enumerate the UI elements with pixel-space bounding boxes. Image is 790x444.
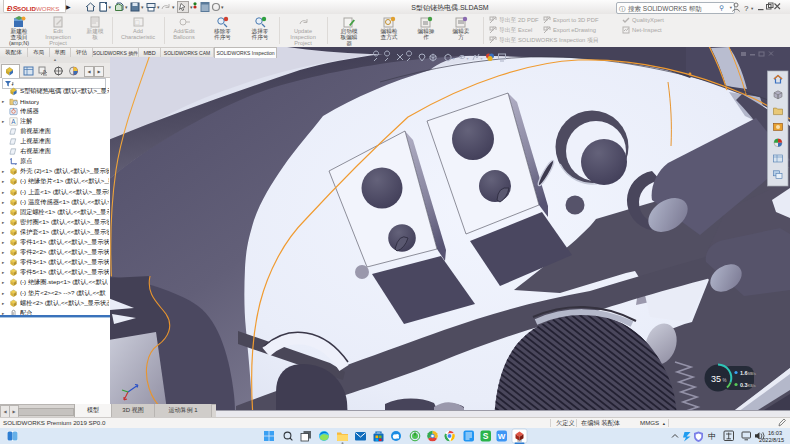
svg-text:W: W xyxy=(498,432,506,441)
svg-text:16:03: 16:03 xyxy=(768,430,782,436)
svg-text:▾: ▾ xyxy=(141,4,144,10)
svg-text:▾: ▾ xyxy=(453,56,455,61)
svg-text:▾: ▾ xyxy=(109,4,112,10)
svg-text:S: S xyxy=(483,431,489,441)
svg-text:▾: ▾ xyxy=(125,4,128,10)
svg-text:2022/8/15: 2022/8/15 xyxy=(759,437,784,443)
svg-text:SOLID: SOLID xyxy=(17,5,36,12)
svg-text:▾: ▾ xyxy=(157,4,160,10)
svg-text:%: % xyxy=(723,378,727,383)
svg-text:▾: ▾ xyxy=(751,6,754,11)
svg-text:?: ? xyxy=(744,4,749,13)
svg-text:ĐS: ĐS xyxy=(7,4,17,13)
svg-text:▾: ▾ xyxy=(172,4,175,10)
svg-text:▾: ▾ xyxy=(481,56,483,61)
svg-text:β: β xyxy=(43,69,46,75)
svg-text:35: 35 xyxy=(711,374,721,384)
svg-text:SW: SW xyxy=(517,439,522,443)
svg-text:▾: ▾ xyxy=(467,56,469,61)
svg-text:▾: ▾ xyxy=(190,4,193,10)
svg-text:□: □ xyxy=(135,19,140,26)
svg-text:中: 中 xyxy=(708,432,716,441)
svg-text:WORKS: WORKS xyxy=(36,5,59,12)
svg-text:▾: ▾ xyxy=(221,4,224,10)
